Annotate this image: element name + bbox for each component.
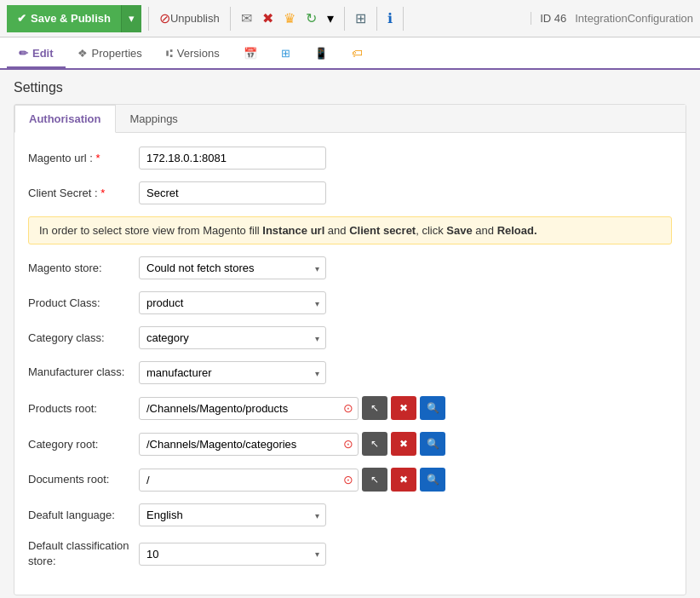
documents-root-search-button[interactable]: 🔍 xyxy=(420,468,445,492)
email-button[interactable]: ✉ xyxy=(238,7,255,30)
pencil-icon: ✏ xyxy=(19,47,28,60)
checkmark-icon: ✔ xyxy=(17,12,26,25)
documents-root-select-button[interactable]: ↖ xyxy=(362,468,387,492)
documents-root-path-row: ⊙ ↖ ✖ 🔍 xyxy=(139,468,445,492)
client-secret-row: Client Secret : * xyxy=(28,181,672,204)
info-save: Save xyxy=(446,224,472,237)
toolbar-config: IntegrationConfiguration xyxy=(570,12,693,25)
delete-button[interactable]: ✖ xyxy=(259,7,277,30)
documents-root-input[interactable] xyxy=(139,469,359,492)
category-class-row: Category class: category ▾ xyxy=(28,326,672,349)
magento-url-row: Magento url : * xyxy=(28,147,672,170)
products-root-path-row: ⊙ ↖ ✖ 🔍 xyxy=(139,396,445,420)
delete-path-icon-2: ✖ xyxy=(399,438,408,450)
info-reload: Reload. xyxy=(497,224,537,237)
category-class-label: Category class: xyxy=(28,331,139,344)
save-publish-label: Save & Publish xyxy=(31,12,111,25)
tab-grid[interactable]: ⊞ xyxy=(269,40,302,68)
category-root-target-icon[interactable]: ⊙ xyxy=(343,437,353,451)
category-root-path-row: ⊙ ↖ ✖ 🔍 xyxy=(139,432,445,456)
manufacturer-class-select-wrapper: manufacturer ▾ xyxy=(139,361,326,384)
client-secret-required: * xyxy=(100,187,105,199)
crown-button[interactable]: ♛ xyxy=(280,7,299,30)
products-root-label: Products root: xyxy=(28,402,139,415)
magento-store-row: Magento store: Could not fetch stores ▾ xyxy=(28,256,672,279)
versions-icon: ⑆ xyxy=(166,47,173,60)
properties-icon: ❖ xyxy=(77,47,88,60)
mobile-icon: 📱 xyxy=(314,47,328,60)
default-language-select-wrapper: English ▾ xyxy=(139,503,326,526)
magento-url-input[interactable] xyxy=(139,147,326,170)
save-publish-button[interactable]: ✔ Save & Publish xyxy=(7,5,121,32)
products-root-target-icon[interactable]: ⊙ xyxy=(343,401,353,415)
product-class-select[interactable]: product xyxy=(139,291,326,314)
manufacturer-class-row: Manufacturer class: manufacturer ▾ xyxy=(28,361,672,384)
separator-1 xyxy=(148,7,149,31)
settings-tab-authorisation[interactable]: Authorisation xyxy=(14,105,116,133)
delete-icon: ✖ xyxy=(262,10,273,26)
manufacturer-class-select[interactable]: manufacturer xyxy=(139,361,326,384)
client-secret-input[interactable] xyxy=(139,181,326,204)
default-language-row: Deafult language: English ▾ xyxy=(28,503,672,526)
products-root-row: Products root: ⊙ ↖ ✖ 🔍 xyxy=(28,396,672,420)
product-class-label: Product Class: xyxy=(28,296,139,309)
refresh-icon: ↻ xyxy=(306,10,317,26)
nav-tabs: ✏ Edit ❖ Properties ⑆ Versions 📅 ⊞ 📱 🏷 xyxy=(0,37,700,70)
default-classification-select[interactable]: 10 xyxy=(139,543,326,566)
page-title: Settings xyxy=(14,80,686,95)
tab-versions[interactable]: ⑆ Versions xyxy=(154,40,232,68)
main-content: Settings Authorisation Mappings Magento … xyxy=(0,70,700,598)
refresh-dropdown-button[interactable]: ▾ xyxy=(324,7,337,30)
magento-url-required: * xyxy=(96,152,100,164)
magento-store-label: Magento store: xyxy=(28,262,139,274)
unpublish-button[interactable]: ⊘ Unpublish xyxy=(156,7,223,30)
search-icon: 🔍 xyxy=(427,402,439,414)
tab-calendar[interactable]: 📅 xyxy=(232,40,269,68)
cursor-icon-2: ↖ xyxy=(370,438,379,450)
info-icon: ℹ xyxy=(387,10,393,26)
tab-mobile[interactable]: 📱 xyxy=(302,40,340,68)
default-language-select[interactable]: English xyxy=(139,503,326,526)
category-root-search-button[interactable]: 🔍 xyxy=(420,432,445,456)
settings-tab-authorisation-label: Authorisation xyxy=(29,112,101,125)
separator-2 xyxy=(230,7,231,31)
category-root-select-button[interactable]: ↖ xyxy=(362,432,387,456)
magento-store-select[interactable]: Could not fetch stores xyxy=(139,256,326,279)
refresh-button[interactable]: ↻ xyxy=(302,7,320,30)
info-box: In order to select store view from Magen… xyxy=(28,216,672,244)
documents-root-delete-button[interactable]: ✖ xyxy=(391,468,416,492)
tab-tag[interactable]: 🏷 xyxy=(340,40,375,68)
category-root-row: Category root: ⊙ ↖ ✖ 🔍 xyxy=(28,432,672,456)
search-icon-2: 🔍 xyxy=(427,438,439,450)
category-root-input-wrap: ⊙ xyxy=(139,433,359,456)
save-publish-dropdown-button[interactable]: ▾ xyxy=(121,5,141,32)
delete-path-icon-3: ✖ xyxy=(399,474,408,486)
settings-tab-mappings[interactable]: Mappings xyxy=(116,105,192,133)
refresh-dropdown-icon: ▾ xyxy=(327,10,334,26)
info-button[interactable]: ℹ xyxy=(384,7,396,30)
products-root-delete-button[interactable]: ✖ xyxy=(391,396,416,420)
documents-root-target-icon[interactable]: ⊙ xyxy=(343,473,353,486)
search-icon-3: 🔍 xyxy=(427,474,439,486)
toolbar: ✔ Save & Publish ▾ ⊘ Unpublish ✉ ✖ ♛ ↻ ▾… xyxy=(0,0,700,37)
dropdown-arrow-icon: ▾ xyxy=(129,12,135,25)
default-classification-label: Default classification store: xyxy=(28,538,139,569)
products-root-search-button[interactable]: 🔍 xyxy=(420,396,445,420)
info-client: Client secret xyxy=(349,224,416,237)
cursor-icon-3: ↖ xyxy=(370,474,379,486)
delete-path-icon: ✖ xyxy=(399,402,408,414)
tab-properties[interactable]: ❖ Properties xyxy=(66,40,154,68)
cursor-icon: ↖ xyxy=(370,402,379,414)
columns-icon: ⊞ xyxy=(355,10,366,26)
tab-properties-label: Properties xyxy=(92,47,142,60)
category-class-select[interactable]: category xyxy=(139,326,326,349)
columns-button[interactable]: ⊞ xyxy=(352,7,370,30)
settings-tabs: Authorisation Mappings xyxy=(14,105,686,133)
category-root-delete-button[interactable]: ✖ xyxy=(391,432,416,456)
category-root-input[interactable] xyxy=(139,433,359,456)
tag-icon: 🏷 xyxy=(352,47,363,60)
products-root-input[interactable] xyxy=(139,397,359,420)
tab-edit[interactable]: ✏ Edit xyxy=(7,40,66,68)
products-root-select-button[interactable]: ↖ xyxy=(362,396,387,420)
product-class-select-wrapper: product ▾ xyxy=(139,291,326,314)
